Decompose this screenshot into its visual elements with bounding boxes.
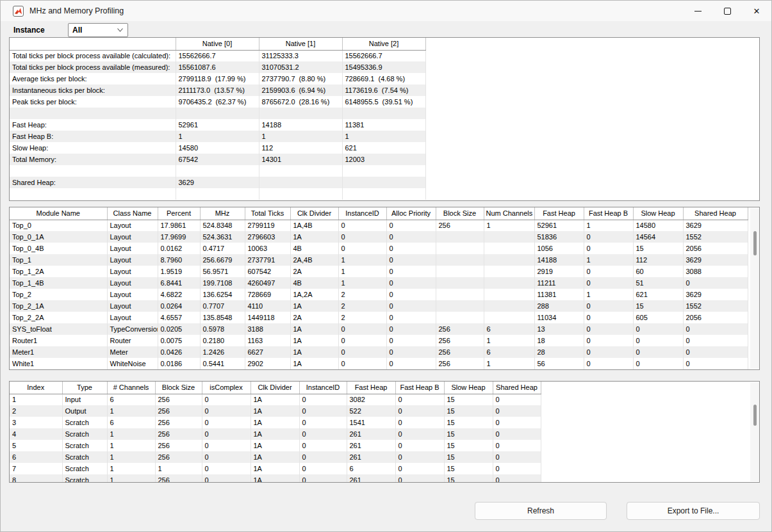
table-cell[interactable]: 0 — [338, 346, 386, 358]
table-cell[interactable]: 0 — [584, 312, 633, 323]
table-cell[interactable]: 0 — [584, 300, 633, 312]
table-cell[interactable]: 1 — [338, 254, 386, 266]
minimize-button[interactable] — [683, 1, 712, 21]
table-cell[interactable] — [436, 243, 484, 254]
table-cell[interactable]: 3088 — [683, 266, 748, 277]
table-cell[interactable]: 0 — [386, 346, 436, 358]
table-cell[interactable]: 56 — [534, 358, 584, 369]
table-cell[interactable]: 256 — [155, 440, 202, 451]
table-cell[interactable]: Layout — [107, 254, 158, 266]
table-cell[interactable]: 0 — [584, 335, 633, 346]
table-cell[interactable]: 2 — [338, 312, 386, 323]
table-cell[interactable]: 1 — [484, 358, 534, 369]
table-cell[interactable]: 2111173.0 (13.57 %) — [176, 85, 259, 96]
table-cell[interactable]: 2A — [290, 312, 338, 323]
table-cell[interactable]: 288 — [534, 300, 584, 312]
table-cell[interactable]: 14580 — [176, 142, 259, 154]
table-cell[interactable]: 0 — [386, 335, 436, 346]
table-cell[interactable]: Layout — [107, 277, 158, 289]
table-row[interactable]: SYS_toFloatTypeConversion0.02050.5978318… — [10, 323, 748, 335]
table-cell[interactable]: 5 — [10, 440, 62, 451]
table-cell[interactable]: 6 — [484, 346, 534, 358]
table-row[interactable]: Fast Heap B:111 — [10, 131, 425, 142]
table-cell[interactable]: Scratch — [62, 417, 107, 428]
table-cell[interactable]: Router1 — [10, 335, 107, 346]
instance-dropdown[interactable]: All — [68, 23, 128, 37]
table-cell[interactable]: 4110 — [245, 300, 290, 312]
table-cell[interactable]: 4260497 — [245, 277, 290, 289]
table-cell[interactable]: 1 — [155, 463, 202, 474]
table-cell[interactable]: 6 — [347, 463, 395, 474]
table-cell[interactable]: 0 — [395, 440, 444, 451]
table-cell[interactable]: 0 — [633, 358, 683, 369]
table-cell[interactable]: 10063 — [245, 243, 290, 254]
table-cell[interactable] — [484, 312, 534, 323]
table-cell[interactable]: 199.7108 — [200, 277, 245, 289]
table-cell[interactable]: 1173619.6 (7.54 %) — [342, 85, 425, 96]
table-row[interactable]: Total ticks per block process available … — [10, 61, 425, 73]
table-cell[interactable]: 31070531.2 — [259, 61, 342, 73]
table-row[interactable]: Top_0_1ALayout17.9699524.363127966031A00… — [10, 231, 748, 243]
table-cell[interactable]: 2A — [290, 266, 338, 277]
table-cell[interactable] — [259, 177, 342, 188]
table-cell[interactable]: 0.5441 — [200, 358, 245, 369]
table-cell[interactable]: 2919 — [534, 266, 584, 277]
table-cell[interactable]: Top_1_2A — [10, 266, 107, 277]
table-cell[interactable] — [176, 108, 259, 119]
table-cell[interactable]: 0 — [202, 428, 250, 440]
table-cell[interactable]: Top_0_1A — [10, 231, 107, 243]
table-cell[interactable]: 0 — [299, 474, 347, 483]
table-cell[interactable]: 15 — [633, 243, 683, 254]
table-cell[interactable]: 728669 — [245, 289, 290, 300]
table-cell[interactable]: 15 — [444, 463, 493, 474]
table-cell[interactable]: 0 — [683, 323, 748, 335]
table-row[interactable] — [10, 108, 425, 119]
table-cell[interactable]: 1 — [584, 289, 633, 300]
table-cell[interactable]: 256 — [436, 220, 484, 231]
export-to-file-button[interactable]: Export to File... — [627, 502, 760, 520]
table-cell[interactable]: Shared Heap: — [10, 177, 176, 188]
table-cell[interactable]: 0.0162 — [158, 243, 200, 254]
table-cell[interactable]: 0 — [493, 428, 541, 440]
table-cell[interactable]: 6627 — [245, 346, 290, 358]
table-cell[interactable]: 1A — [290, 335, 338, 346]
table-cell[interactable]: 15495336.9 — [342, 61, 425, 73]
table-cell[interactable]: 1 — [484, 335, 534, 346]
table-cell[interactable]: 3629 — [683, 289, 748, 300]
table-cell[interactable]: 8.7960 — [158, 254, 200, 266]
table-cell[interactable]: 0.2180 — [200, 335, 245, 346]
table-cell[interactable]: 1.9519 — [158, 266, 200, 277]
table-cell[interactable]: Total ticks per block process available … — [10, 61, 176, 73]
table-cell[interactable]: 15 — [444, 451, 493, 463]
table-cell[interactable] — [259, 108, 342, 119]
table-cell[interactable]: 52961 — [534, 220, 584, 231]
table-cell[interactable]: 0 — [395, 394, 444, 405]
table-row[interactable]: Top_0Layout17.9861524.834827991191A,4B00… — [10, 220, 748, 231]
table-cell[interactable]: 0 — [683, 335, 748, 346]
table-cell[interactable]: 256 — [155, 405, 202, 417]
table-cell[interactable]: Peak ticks per block: — [10, 96, 176, 108]
table-cell[interactable] — [484, 300, 534, 312]
table-cell[interactable]: 2737791 — [245, 254, 290, 266]
table-cell[interactable] — [10, 165, 176, 177]
table-cell[interactable]: 1 — [484, 220, 534, 231]
table-cell[interactable]: 3629 — [683, 254, 748, 266]
table-cell[interactable]: 2056 — [683, 312, 748, 323]
table-cell[interactable]: 2737790.7 (8.80 %) — [259, 73, 342, 85]
refresh-button[interactable]: Refresh — [475, 502, 607, 520]
table-cell[interactable]: 17.9699 — [158, 231, 200, 243]
table-cell[interactable]: 0 — [395, 405, 444, 417]
table-cell[interactable]: 0 — [584, 277, 633, 289]
table-cell[interactable]: Layout — [107, 243, 158, 254]
table-cell[interactable]: 0 — [395, 451, 444, 463]
table-row[interactable]: Top_1_2ALayout1.951956.95716075422A10291… — [10, 266, 748, 277]
table-cell[interactable]: Top_2_1A — [10, 300, 107, 312]
table-cell[interactable]: 0 — [299, 451, 347, 463]
table-cell[interactable]: 6148955.5 (39.51 %) — [342, 96, 425, 108]
table-cell[interactable]: 1A — [290, 300, 338, 312]
module-table-scrollbar-track[interactable] — [750, 208, 759, 369]
table-row[interactable]: Shared Heap:3629 — [10, 177, 425, 188]
table-cell[interactable]: 256 — [155, 474, 202, 483]
table-cell[interactable]: 51 — [633, 277, 683, 289]
table-cell[interactable]: Layout — [107, 312, 158, 323]
